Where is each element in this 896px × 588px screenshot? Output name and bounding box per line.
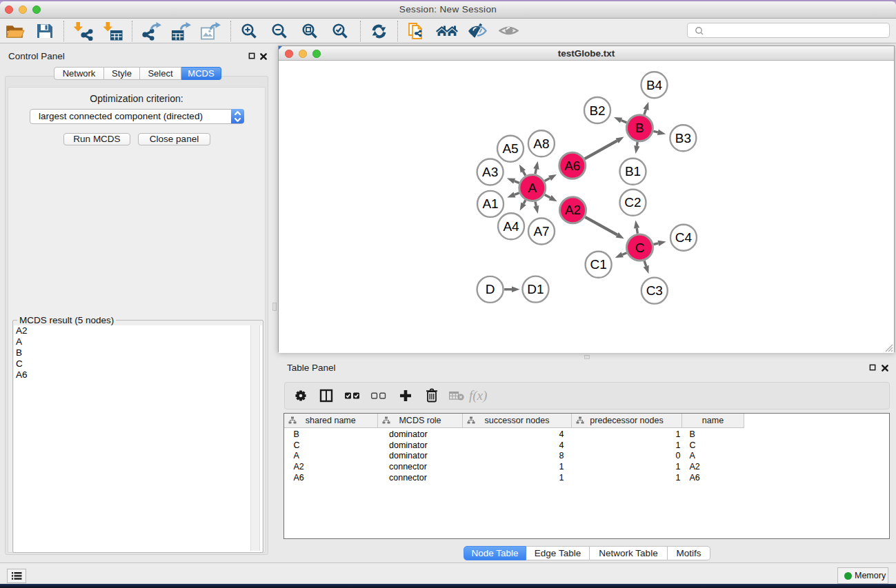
svg-text:C: C — [635, 241, 645, 255]
svg-text:B1: B1 — [625, 164, 641, 179]
svg-text:D1: D1 — [527, 282, 544, 296]
svg-text:A2: A2 — [565, 203, 581, 217]
svg-text:A4: A4 — [503, 219, 519, 234]
svg-text:A: A — [528, 181, 537, 195]
svg-text:A6: A6 — [564, 159, 580, 173]
svg-text:A5: A5 — [502, 141, 518, 156]
svg-text:C3: C3 — [646, 283, 663, 298]
svg-text:A1: A1 — [482, 196, 498, 211]
svg-text:A7: A7 — [533, 224, 549, 239]
svg-text:B2: B2 — [589, 103, 605, 118]
svg-text:A8: A8 — [533, 136, 549, 151]
svg-text:A3: A3 — [482, 165, 498, 179]
svg-text:B4: B4 — [646, 78, 663, 92]
svg-text:B: B — [635, 121, 644, 135]
svg-text:B3: B3 — [675, 131, 691, 145]
svg-text:C1: C1 — [590, 257, 606, 272]
svg-text:C2: C2 — [624, 195, 641, 210]
svg-text:D: D — [486, 282, 495, 296]
svg-text:C4: C4 — [675, 230, 693, 245]
